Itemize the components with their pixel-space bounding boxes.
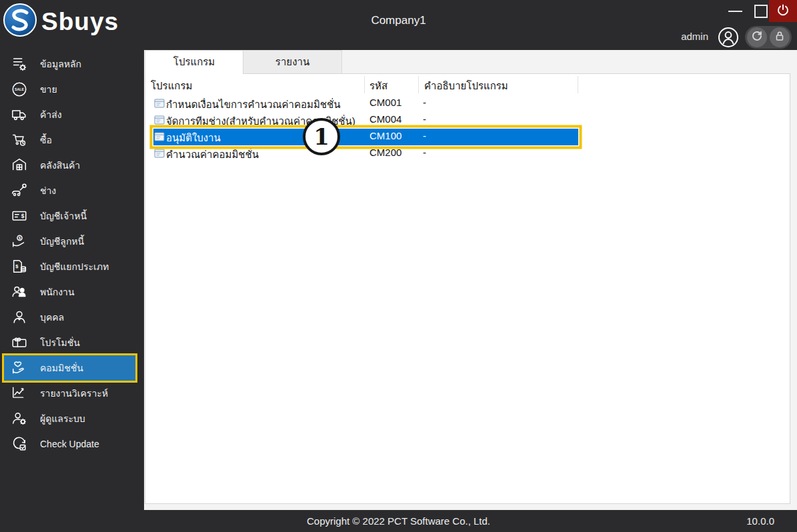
- sidebar-item-label: ขาย: [40, 82, 57, 97]
- column-header-program[interactable]: โปรแกรม: [151, 78, 192, 94]
- user-name: admin: [681, 31, 708, 42]
- sidebar-item-employees[interactable]: พนักงาน: [0, 279, 144, 305]
- table-row[interactable]: กำหนดเงื่อนไขการคำนวณค่าคอมมิชชั่น CM001…: [145, 95, 790, 112]
- commission-icon: [10, 359, 29, 377]
- column-header-description[interactable]: คำอธิบายโปรแกรม: [424, 78, 508, 94]
- program-code: CM001: [369, 97, 402, 108]
- program-name: อนุมัติใบงาน: [166, 130, 221, 146]
- sidebar-item-general-ledger[interactable]: $ บัญชีแยกประเภท: [0, 254, 144, 279]
- main-content: โปรแกรม รายงาน โปรแกรม รหัส คำอธิบายโปรแ…: [144, 50, 797, 510]
- table-row-selected[interactable]: อนุมัติใบงาน CM100 -: [153, 129, 578, 145]
- program-description: -: [423, 147, 426, 158]
- sidebar-item-label: ช่าง: [40, 183, 56, 198]
- sidebar-item-warehouse[interactable]: คลังสินค้า: [0, 153, 144, 178]
- svg-text:$: $: [15, 263, 19, 269]
- sidebar-item-administrator[interactable]: ผู้ดูแลระบบ: [0, 406, 144, 431]
- sidebar-item-analysis-report[interactable]: รายงานวิเคราะห์: [0, 381, 144, 406]
- program-form-icon: [154, 131, 165, 142]
- sidebar-item-promotion[interactable]: โปรโมชั่น: [0, 330, 144, 355]
- copyright-text: Copyright © 2022 PCT Software Co., Ltd.: [0, 515, 797, 527]
- statusbar: Copyright © 2022 PCT Software Co., Ltd. …: [0, 510, 797, 532]
- column-header-code[interactable]: รหัส: [369, 78, 387, 94]
- sidebar-item-label: บัญชีแยกประเภท: [40, 259, 109, 274]
- sidebar-item-wholesale[interactable]: ค้าส่ง: [0, 102, 144, 127]
- table-row[interactable]: คำนวณค่าคอมมิชชั่น CM200 -: [145, 145, 790, 162]
- minimize-icon: [728, 11, 742, 12]
- window-title: Company1: [0, 14, 797, 27]
- sidebar-item-label: บัญชีลูกหนี้: [40, 234, 84, 249]
- program-list-panel: โปรแกรม รหัส คำอธิบายโปรแกรม กำหนดเงื่อน…: [145, 73, 790, 504]
- program-form-icon: [154, 115, 165, 125]
- program-name: กำหนดเงื่อนไขการคำนวณค่าคอมมิชชั่น: [166, 97, 340, 113]
- master-data-icon: [10, 55, 29, 73]
- tab-bar: โปรแกรม รายงาน: [145, 50, 342, 73]
- lock-icon: [774, 30, 786, 45]
- sidebar-item-label: บัญชีเจ้าหนี้: [40, 209, 87, 223]
- sidebar-item-accounts-payable[interactable]: $ บัญชีเจ้าหนี้: [0, 203, 144, 229]
- maximize-icon: [754, 5, 768, 18]
- table-body: กำหนดเงื่อนไขการคำนวณค่าคอมมิชชั่น CM001…: [145, 95, 790, 162]
- analysis-report-icon: [10, 384, 29, 403]
- svg-text:$: $: [21, 213, 25, 219]
- sale-icon: SALE: [10, 80, 29, 99]
- program-description: -: [423, 113, 426, 125]
- program-code: CM200: [369, 147, 402, 158]
- program-form-icon: [154, 98, 165, 109]
- minimize-button[interactable]: [722, 0, 748, 22]
- tab-report[interactable]: รายงาน: [243, 50, 342, 73]
- sidebar-item-accounts-receivable[interactable]: $ บัญชีลูกหนี้: [0, 229, 144, 254]
- sidebar-item-label: บุคคล: [40, 310, 64, 325]
- sidebar: ข้อมูลหลัก SALE ขาย ค้าส่ง ซื้อ คลังสินค…: [0, 50, 144, 510]
- check-update-icon: [10, 435, 29, 453]
- annotation-step-1-badge: 1: [303, 118, 340, 155]
- column-divider: [578, 76, 578, 93]
- sidebar-item-commission[interactable]: คอมมิชชั่น: [4, 355, 135, 381]
- svg-text:SALE: SALE: [15, 87, 24, 91]
- sidebar-item-master-data[interactable]: ข้อมูลหลัก: [0, 51, 144, 77]
- sidebar-item-label: ข้อมูลหลัก: [40, 57, 81, 71]
- version-text: 10.0.0: [746, 515, 774, 527]
- power-close-button[interactable]: [769, 0, 797, 22]
- sidebar-item-label: ผู้ดูแลระบบ: [40, 411, 85, 426]
- titlebar: Sbuys Company1 admin: [0, 0, 797, 50]
- purchase-cart-icon: [10, 131, 29, 149]
- employees-icon: [10, 283, 29, 301]
- refresh-icon: [751, 30, 763, 45]
- table-row[interactable]: จัดการทีมช่าง(สำหรับคำนวณค่าคอมมิชชั่น) …: [145, 112, 790, 129]
- sidebar-item-label: คลังสินค้า: [40, 158, 80, 173]
- sidebar-item-sale[interactable]: SALE ขาย: [0, 77, 144, 102]
- sidebar-item-label: Check Update: [40, 439, 99, 449]
- program-name: คำนวณค่าคอมมิชชั่น: [166, 147, 259, 163]
- program-description: -: [423, 130, 426, 141]
- sidebar-item-purchase[interactable]: ซื้อ: [0, 127, 144, 153]
- power-icon: [776, 3, 790, 19]
- person-icon: [10, 308, 29, 327]
- program-description: -: [423, 97, 426, 108]
- sidebar-item-label: รายงานวิเคราะห์: [40, 386, 108, 401]
- sidebar-item-label: ค้าส่ง: [40, 107, 62, 122]
- refresh-button[interactable]: [747, 27, 767, 47]
- column-divider: [418, 76, 419, 93]
- wholesale-truck-icon: [10, 105, 29, 124]
- user-avatar-icon[interactable]: [718, 27, 739, 48]
- admin-icon: [10, 409, 29, 428]
- promotion-icon: [10, 333, 29, 352]
- general-ledger-icon: $: [10, 257, 29, 276]
- sidebar-item-label: โปรโมชั่น: [40, 335, 80, 350]
- accounts-receivable-icon: $: [10, 232, 29, 251]
- sidebar-item-technician[interactable]: ช่าง: [0, 178, 144, 203]
- sidebar-item-label: คอมมิชชั่น: [40, 361, 83, 375]
- sidebar-item-person[interactable]: บุคคล: [0, 305, 144, 330]
- sidebar-item-label: ซื้อ: [40, 133, 52, 147]
- program-code: CM100: [369, 130, 402, 141]
- program-code: CM004: [369, 113, 402, 125]
- table-header: โปรแกรม รหัส คำอธิบายโปรแกรม: [145, 75, 790, 95]
- tab-program[interactable]: โปรแกรม: [145, 50, 243, 74]
- program-form-icon: [154, 148, 165, 159]
- column-divider: [364, 76, 365, 93]
- sidebar-item-label: พนักงาน: [40, 285, 75, 299]
- technician-icon: [10, 181, 29, 200]
- accounts-payable-icon: $: [10, 207, 29, 225]
- sidebar-item-check-update[interactable]: Check Update: [0, 431, 144, 457]
- lock-button[interactable]: [770, 27, 790, 47]
